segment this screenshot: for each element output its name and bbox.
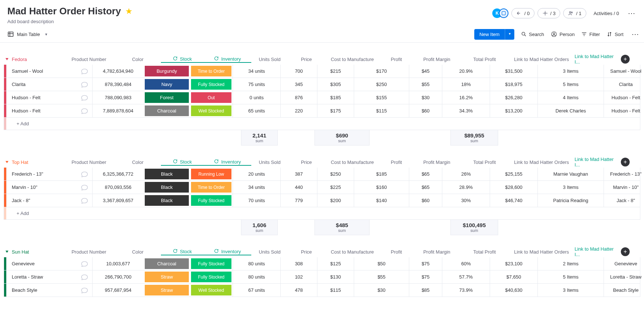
product-number-cell[interactable]: 6,325,366,772 xyxy=(92,168,144,180)
table-row[interactable]: Hudson - Felt 7,889,878,604 Charcoal Wel… xyxy=(4,104,640,118)
units-sold-cell[interactable]: 779 xyxy=(280,194,317,207)
stock-cell[interactable]: Running Low xyxy=(191,169,231,179)
cost-cell[interactable]: $140 xyxy=(354,194,409,207)
cost-cell[interactable]: $170 xyxy=(354,65,409,78)
col-price[interactable]: Price xyxy=(288,57,325,62)
units-sold-cell[interactable]: 387 xyxy=(280,168,317,180)
item-name-cell[interactable]: Marvin - 10" xyxy=(6,181,92,194)
margin-cell[interactable]: 26% xyxy=(442,168,490,180)
more-menu-icon[interactable]: ⋯ xyxy=(626,7,637,19)
link-inventory-cell[interactable]: Jack - 8" xyxy=(604,194,644,207)
col-link-orders[interactable]: Link to Mad Hatter Orders xyxy=(508,57,575,62)
item-name-cell[interactable]: Clarita xyxy=(6,78,92,91)
automation-pill[interactable]: / 3 xyxy=(537,8,560,18)
col-total-profit[interactable]: Total Profit xyxy=(461,57,508,62)
link-inventory-cell[interactable]: Beach Style xyxy=(604,284,644,297)
units-sold-cell[interactable]: 700 xyxy=(280,65,317,78)
color-cell[interactable]: Charcoal xyxy=(145,105,189,116)
link-orders-cell[interactable]: 5 Items xyxy=(537,270,604,283)
members-pill[interactable]: / 1 xyxy=(563,8,586,18)
activities-pill[interactable]: Activities / 0 xyxy=(589,9,623,18)
table-row[interactable]: Hudson - Felt 788,090,983 Forest Out 0 u… xyxy=(4,91,640,104)
col-product-number[interactable]: Product Number xyxy=(63,249,115,255)
col-profit[interactable]: Profit xyxy=(380,159,413,165)
cost-cell[interactable]: $185 xyxy=(354,168,409,180)
product-number-cell[interactable]: 7,889,878,604 xyxy=(92,104,144,117)
col-stock[interactable]: Stock xyxy=(161,159,204,166)
price-cell[interactable]: $305 xyxy=(317,78,354,91)
color-cell[interactable]: Charcoal xyxy=(145,258,189,269)
profit-cell[interactable]: $65 xyxy=(409,168,442,180)
link-orders-cell[interactable]: 3 Items xyxy=(537,181,604,194)
item-name-cell[interactable]: Beach Style xyxy=(6,284,92,297)
cost-cell[interactable]: $30 xyxy=(354,284,409,297)
units-sold-cell[interactable]: 102 xyxy=(280,270,317,283)
margin-cell[interactable]: 30% xyxy=(442,194,490,207)
total-profit-cell[interactable]: $18,975 xyxy=(490,78,537,91)
link-orders-cell[interactable]: 3 Items xyxy=(537,284,604,297)
cost-cell[interactable]: $250 xyxy=(354,78,409,91)
cost-cell[interactable]: $160 xyxy=(354,181,409,194)
inventory-cell[interactable]: 70 units xyxy=(233,194,280,207)
inventory-cell[interactable]: 20 units xyxy=(233,168,280,180)
add-column-button[interactable]: + xyxy=(621,55,630,64)
inventory-cell[interactable]: 65 units xyxy=(233,104,280,117)
units-sold-cell[interactable]: 876 xyxy=(280,91,317,104)
inventory-cell[interactable]: 34 units xyxy=(233,65,280,78)
product-number-cell[interactable]: 10,003,677 xyxy=(92,257,144,270)
col-stock[interactable]: Stock xyxy=(161,56,204,63)
total-profit-cell[interactable]: $26,280 xyxy=(490,91,537,104)
col-cost-manufacture[interactable]: Cost to Manufacture xyxy=(325,249,380,255)
price-cell[interactable]: $215 xyxy=(317,65,354,78)
link-inventory-cell[interactable]: Marvin - 10" xyxy=(604,181,644,194)
color-cell[interactable]: Burgundy xyxy=(145,66,189,76)
integration-pill[interactable]: / 0 xyxy=(511,8,534,18)
product-number-cell[interactable]: 788,090,983 xyxy=(92,91,144,104)
price-cell[interactable]: $225 xyxy=(317,181,354,194)
item-name-cell[interactable]: Hudson - Felt xyxy=(6,104,92,117)
link-inventory-cell[interactable]: Frederich - 13" xyxy=(604,168,644,180)
link-inventory-cell[interactable]: Hudson - Felt xyxy=(604,91,644,104)
link-orders-cell[interactable]: 2 Items xyxy=(537,257,604,270)
col-link-orders[interactable]: Link to Mad Hatter Orders xyxy=(508,249,575,255)
margin-cell[interactable]: 60% xyxy=(442,257,490,270)
link-inventory-cell[interactable]: Samuel - Wool xyxy=(604,65,644,78)
price-cell[interactable]: $130 xyxy=(317,270,354,283)
item-name-cell[interactable]: Genevieve xyxy=(6,257,92,270)
col-cost-manufacture[interactable]: Cost to Manufacture xyxy=(325,57,380,62)
color-cell[interactable]: Straw xyxy=(145,285,189,295)
profit-cell[interactable]: $75 xyxy=(409,270,442,283)
new-item-dropdown[interactable]: ▾ xyxy=(505,29,514,40)
stock-cell[interactable]: Time to Order xyxy=(191,182,231,193)
collapse-icon[interactable] xyxy=(4,159,10,165)
link-orders-cell[interactable]: Patricia Reading xyxy=(537,194,604,207)
margin-cell[interactable]: 18% xyxy=(442,78,490,91)
toolbar-more-icon[interactable]: ⋯ xyxy=(630,28,640,40)
total-profit-cell[interactable]: $23,100 xyxy=(490,257,537,270)
collapse-icon[interactable] xyxy=(4,248,10,255)
link-inventory-cell[interactable]: Clarita xyxy=(604,78,644,91)
price-cell[interactable]: $185 xyxy=(317,91,354,104)
col-units-sold[interactable]: Units Sold xyxy=(251,57,288,62)
item-name-cell[interactable]: Jack - 8" xyxy=(6,194,92,207)
table-row[interactable]: Marvin - 10" 870,093,556 Black Time to O… xyxy=(4,181,640,194)
avatar-group[interactable]: K xyxy=(492,8,508,18)
total-profit-cell[interactable]: $28,600 xyxy=(490,181,537,194)
cost-cell[interactable]: $155 xyxy=(354,91,409,104)
inventory-cell[interactable]: 75 units xyxy=(233,78,280,91)
add-item-button[interactable]: + Add xyxy=(4,207,640,220)
stock-cell[interactable]: Fully Stocked xyxy=(191,79,231,90)
margin-cell[interactable]: 20.9% xyxy=(442,65,490,78)
col-price[interactable]: Price xyxy=(288,249,325,255)
col-units-sold[interactable]: Units Sold xyxy=(251,159,288,165)
col-stock[interactable]: Stock xyxy=(161,248,204,255)
chat-icon[interactable] xyxy=(80,183,89,191)
table-row[interactable]: Beach Style 957,687,954 Straw Well Stock… xyxy=(4,284,640,297)
table-row[interactable]: Jack - 8" 3,367,809,657 Black Fully Stoc… xyxy=(4,194,640,207)
col-link-inventory[interactable]: Link to Mad Hatter I... xyxy=(575,157,619,168)
col-product-number[interactable]: Product Number xyxy=(63,57,115,62)
item-name-cell[interactable]: Hudson - Felt xyxy=(6,91,92,104)
units-sold-cell[interactable]: 345 xyxy=(280,78,317,91)
collapse-icon[interactable] xyxy=(4,56,10,62)
color-cell[interactable]: Navy xyxy=(145,79,189,90)
